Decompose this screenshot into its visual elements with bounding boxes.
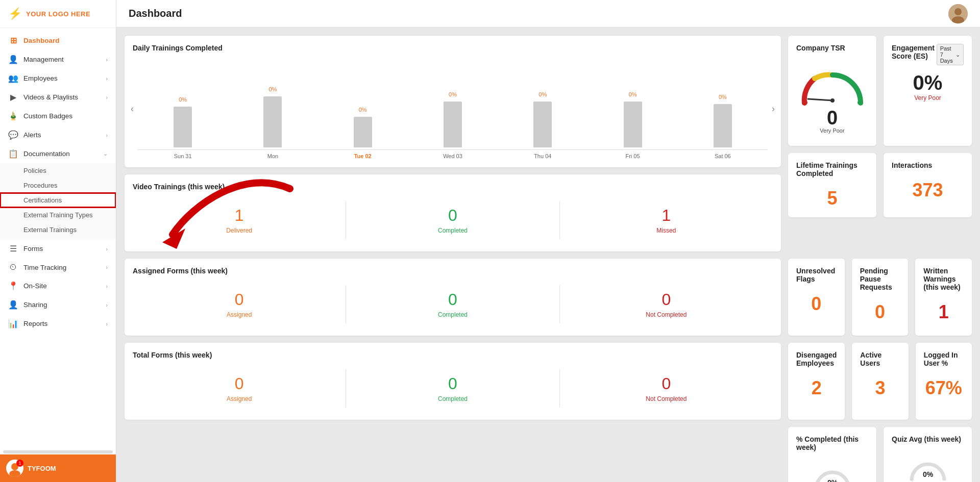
documentation-icon: 📋 [8, 149, 18, 159]
on-site-icon: 📍 [8, 281, 18, 291]
total-assigned-label: Assigned [133, 395, 346, 402]
chart-bar-wed03: 0% [408, 91, 498, 147]
sidebar-label-forms: Forms [23, 245, 43, 252]
video-trainings-title: Video Trainings (this week) [133, 183, 773, 191]
chart-next-button[interactable]: › [770, 102, 777, 116]
sidebar-label-employees: Employees [23, 74, 58, 82]
bar-thu04 [533, 102, 552, 147]
chart-bars: 0% 0% 0% 0% [138, 58, 768, 150]
quiz-avg-card: Quiz Avg (this week) 0% [884, 427, 972, 482]
chart-bar-fri05: 0% [587, 91, 677, 147]
svg-point-9 [857, 100, 863, 105]
chart-pct-mon: 0% [268, 86, 277, 92]
total-not-completed-value: 0 [560, 374, 773, 393]
unresolved-flags-value: 0 [796, 293, 837, 315]
video-completed: 0 Completed [346, 201, 559, 239]
svg-point-7 [830, 98, 835, 103]
written-warnings-card: Written Warnings (this week) 1 [915, 259, 972, 336]
sidebar-sub-certifications[interactable]: Certifications [0, 193, 116, 208]
lifetime-title: Lifetime Trainings Completed [796, 161, 868, 177]
video-missed-label: Missed [560, 227, 773, 234]
svg-point-1 [9, 470, 20, 477]
chart-label-row: Sun 31 Mon Tue 02 Wed 03 Thu 04 Fri 05 S… [138, 150, 768, 159]
page-title: Dashboard [129, 8, 182, 19]
sidebar-item-employees[interactable]: 👥 Employees › [0, 69, 116, 88]
pct-gauge-svg: 0% [812, 466, 853, 482]
forms-assigned-label: Assigned [133, 311, 346, 318]
video-completed-value: 0 [346, 206, 559, 225]
sidebar-scroll-hint [3, 450, 113, 453]
video-delivered-value: 1 [133, 206, 346, 225]
chart-label-sat06: Sat 06 [678, 153, 768, 159]
dashboard-icon: ⊞ [8, 36, 18, 45]
assigned-forms-card: Assigned Forms (this week) 0 Assigned 0 … [125, 259, 781, 336]
sidebar-sub-external-trainings[interactable]: External Trainings [0, 222, 116, 237]
company-tsr-card: Company TSR [788, 36, 876, 146]
sidebar-label-alerts: Alerts [23, 131, 41, 139]
employees-icon: 👥 [8, 73, 18, 83]
sidebar-item-videos[interactable]: ▶ Videos & Playlists › [0, 88, 116, 107]
employees-arrow: › [106, 75, 108, 82]
assigned-forms-title: Assigned Forms (this week) [133, 267, 773, 275]
video-missed-value: 1 [560, 206, 773, 225]
pct-completed-title: % Completed (this week) [796, 435, 868, 451]
sidebar-item-custom-badges[interactable]: 🎍 Custom Badges [0, 107, 116, 125]
sidebar-sub-policies[interactable]: Policies [0, 163, 116, 178]
assigned-forms-metrics-row: 0 Assigned 0 Completed 0 Not Completed [133, 281, 773, 327]
sidebar-label-management: Management [23, 56, 64, 63]
sidebar-item-reports[interactable]: 📊 Reports › [0, 314, 116, 333]
chart-label-sun31: Sun 31 [138, 153, 228, 159]
chart-pct-tue02: 0% [359, 107, 367, 113]
sidebar-item-dashboard[interactable]: ⊞ Dashboard [0, 31, 116, 50]
written-warnings-title: Written Warnings (this week) [923, 267, 964, 291]
chart-pct-fri05: 0% [629, 91, 637, 97]
sidebar-item-sharing[interactable]: 👤 Sharing › [0, 295, 116, 314]
sidebar-item-time-tracking[interactable]: ⏲ Time Tracking › [0, 258, 116, 276]
quiz-gauge-svg: 0% [908, 458, 948, 482]
videos-arrow: › [106, 94, 108, 100]
es-dropdown-label: Past 7 Days [940, 45, 954, 64]
logo-area[interactable]: ⚡ YOUR LOGO HERE [0, 0, 116, 28]
documentation-submenu: Policies Procedures Certifications Exter… [0, 163, 116, 239]
forms-not-completed-value: 0 [560, 290, 773, 309]
sidebar-sub-external-training-types[interactable]: External Training Types [0, 208, 116, 222]
gauge-svg [797, 62, 868, 108]
svg-point-3 [954, 8, 962, 15]
total-assigned: 0 Assigned [133, 369, 346, 408]
sidebar-item-documentation[interactable]: 📋 Documentation ⌄ [0, 144, 116, 163]
es-dropdown[interactable]: Past 7 Days ⌄ [937, 44, 964, 65]
sidebar-item-management[interactable]: 👤 Management › [0, 50, 116, 69]
sidebar-label-on-site: On-Site [23, 282, 47, 290]
total-not-completed: 0 Not Completed [560, 369, 773, 408]
total-forms-card: Total Forms (this week) 0 Assigned 0 Com… [125, 343, 781, 420]
pending-pause-card: Pending Pause Requests 0 [852, 259, 909, 336]
chart-prev-button[interactable]: ‹ [129, 102, 136, 116]
pct-gauge-area: 0% [796, 462, 868, 482]
sharing-icon: 👤 [8, 300, 18, 310]
logged-in-pct-title: Logged In User % [924, 351, 964, 367]
logo-icon: ⚡ [8, 7, 22, 20]
sidebar-user-bar[interactable]: 1 TYFOOM [0, 454, 116, 482]
sidebar-sub-procedures[interactable]: Procedures [0, 178, 116, 193]
pct-completed-card: % Completed (this week) 0% [788, 427, 876, 482]
chart-bar-thu04: 0% [498, 91, 587, 147]
chart-bar-sat06: 0% [678, 94, 768, 147]
tsr-score-center: 0 Very Poor [820, 108, 844, 134]
sidebar-item-alerts[interactable]: 💬 Alerts › [0, 125, 116, 144]
quiz-avg-title: Quiz Avg (this week) [892, 435, 964, 443]
pending-pause-value: 0 [860, 301, 900, 323]
sidebar-label-dashboard: Dashboard [23, 37, 60, 44]
sidebar-label-videos: Videos & Playlists [23, 93, 78, 101]
user-stats-row: Disengaged Employees 2 Active Users 3 Lo… [788, 343, 972, 420]
active-users-title: Active Users [860, 351, 900, 367]
bottom-right-stats: % Completed (this week) 0% Quiz Avg (thi… [788, 427, 972, 482]
sidebar-item-on-site[interactable]: 📍 On-Site › [0, 276, 116, 295]
topbar-avatar[interactable] [948, 4, 968, 23]
unresolved-flags-title: Unresolved Flags [796, 267, 837, 283]
gauge-container: 0 Very Poor [796, 58, 868, 138]
forms-completed-label: Completed [346, 311, 559, 318]
sidebar-item-forms[interactable]: ☰ Forms › [0, 239, 116, 258]
svg-text:0%: 0% [827, 478, 838, 482]
es-card-header: Engagement Score (ES) Past 7 Days ⌄ [892, 44, 964, 66]
chart-label-mon: Mon [228, 153, 317, 159]
